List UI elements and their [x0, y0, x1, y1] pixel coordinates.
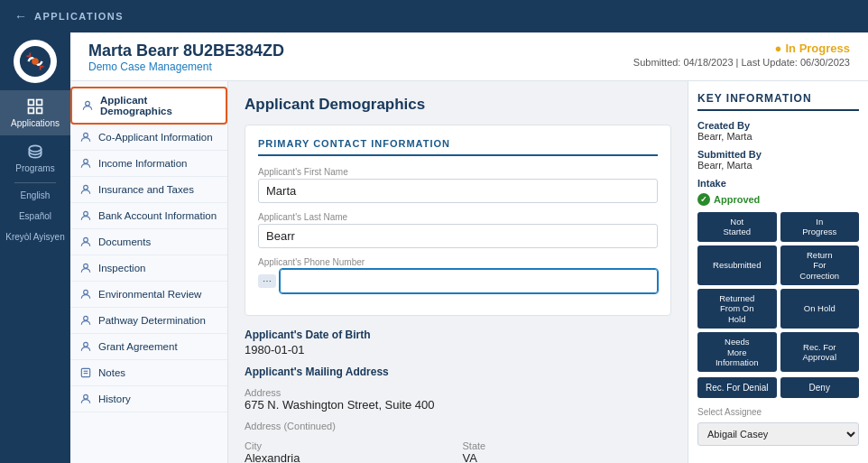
mailing-section: Applicant's Mailing Address: [245, 366, 671, 378]
svg-point-14: [84, 290, 88, 294]
select-assignee-label: Select Assignee: [697, 407, 859, 417]
submitted-by-row: Submitted By Bearr, Marta: [697, 149, 859, 171]
btn-return-correction[interactable]: ReturnForCorrection: [780, 245, 860, 285]
form-area: Applicant Demographics PRIMARY CONTACT I…: [228, 81, 688, 463]
app-status: In Progress Submitted: 04/18/2023 | Last…: [633, 42, 850, 68]
phone-group: Applicant's Phone Number ⋯: [258, 257, 658, 293]
phone-label: Applicant's Phone Number: [258, 257, 658, 267]
city-value: Alexandria: [245, 451, 454, 463]
svg-point-16: [84, 342, 88, 347]
last-name-label: Applicant's Last Name: [258, 212, 658, 222]
lang-espanol[interactable]: Español: [0, 206, 70, 227]
svg-rect-3: [37, 100, 42, 106]
sidebar-item-applications[interactable]: Applications: [0, 90, 70, 135]
btn-rec-denial[interactable]: Rec. For Denial: [697, 377, 777, 398]
city-label: City: [245, 440, 454, 451]
dob-value: 1980-01-01: [245, 343, 671, 357]
address-section: Address 675 N. Washington Street, Suite …: [245, 387, 671, 412]
last-name-group: Applicant's Last Name: [258, 212, 658, 248]
key-info-title: KEY INFORMATION: [697, 92, 859, 111]
nav-item-environmental[interactable]: Environmental Review: [70, 282, 227, 308]
btn-in-progress[interactable]: InProgress: [780, 212, 860, 242]
first-name-group: Applicant's First Name: [258, 167, 658, 203]
svg-rect-5: [37, 108, 42, 114]
address-value: 675 N. Washington Street, Suite 400: [245, 398, 671, 412]
svg-point-20: [84, 394, 88, 399]
btn-resubmitted[interactable]: Resubmitted: [697, 245, 777, 285]
app-dates: Submitted: 04/18/2023 | Last Update: 06/…: [633, 57, 850, 68]
intake-label: Intake: [697, 178, 859, 189]
last-name-input[interactable]: [258, 224, 658, 248]
contact-box-title: PRIMARY CONTACT INFORMATION: [258, 138, 658, 156]
nav-item-applicant-demographics[interactable]: Applicant Demographics: [70, 87, 227, 125]
content-row: Applicant Demographics Co-Applicant Info…: [70, 81, 868, 463]
svg-point-11: [84, 211, 88, 216]
btn-rec-approval[interactable]: Rec. ForApproval: [780, 332, 860, 372]
address-continued-label: Address (Continued): [245, 421, 671, 431]
lang-english[interactable]: English: [0, 185, 70, 206]
status-buttons-grid: NotStarted InProgress Resubmitted Return…: [697, 212, 859, 372]
nav-item-history[interactable]: History: [70, 386, 227, 412]
created-by-label: Created By: [697, 120, 859, 131]
svg-point-9: [84, 159, 88, 163]
status-badge: In Progress: [633, 42, 850, 55]
key-info-panel: KEY INFORMATION Created By Bearr, Marta …: [688, 81, 868, 463]
svg-point-13: [84, 264, 88, 268]
main-area: Marta Bearr 8U2BE384ZD Demo Case Managem…: [70, 32, 868, 463]
lang-kreyol[interactable]: Kreyòl Ayisyen: [0, 227, 70, 247]
case-label: Demo Case Management: [88, 60, 284, 73]
nav-item-grant[interactable]: Grant Agreement: [70, 334, 227, 360]
phone-action-icon[interactable]: ⋯: [258, 274, 276, 288]
svg-rect-4: [29, 108, 34, 114]
mailing-label: Applicant's Mailing Address: [245, 366, 671, 378]
btn-not-started[interactable]: NotStarted: [697, 212, 777, 242]
nav-item-documents[interactable]: Documents: [70, 229, 227, 255]
svg-point-12: [84, 237, 88, 242]
top-bar-title: APPLICATIONS: [34, 11, 124, 22]
first-name-input[interactable]: [258, 179, 658, 203]
sidebar: Applications Programs English Español Kr…: [0, 32, 70, 463]
state-label: State: [463, 440, 672, 451]
nav-panel: Applicant Demographics Co-Applicant Info…: [70, 81, 228, 463]
logo: [14, 40, 57, 83]
applicant-name: Marta Bearr 8U2BE384ZD: [88, 42, 284, 60]
assignee-select[interactable]: Abigail Casey: [697, 422, 859, 446]
btn-returned-on-hold[interactable]: ReturnedFrom OnHold: [697, 289, 777, 329]
btn-on-hold[interactable]: On Hold: [780, 289, 860, 329]
nav-item-pathway[interactable]: Pathway Determination: [70, 308, 227, 334]
svg-point-1: [32, 58, 39, 65]
form-title: Applicant Demographics: [245, 96, 671, 114]
dob-label: Applicant's Date of Birth: [245, 329, 671, 341]
nav-item-inspection[interactable]: Inspection: [70, 255, 227, 282]
svg-point-10: [84, 185, 88, 190]
app-header: Marta Bearr 8U2BE384ZD Demo Case Managem…: [70, 32, 868, 81]
dob-section: Applicant's Date of Birth 1980-01-01: [245, 329, 671, 357]
city-state-row: City Alexandria State VA: [245, 440, 671, 463]
back-arrow-icon[interactable]: ←: [14, 9, 27, 23]
svg-point-7: [86, 101, 90, 106]
sidebar-divider: [14, 182, 57, 183]
nav-item-co-applicant[interactable]: Co-Applicant Information: [70, 125, 227, 151]
address-sublabel: Address: [245, 387, 671, 398]
nav-item-insurance[interactable]: Insurance and Taxes: [70, 177, 227, 203]
state-value: VA: [463, 451, 672, 463]
top-bar: ← APPLICATIONS: [0, 0, 868, 32]
contact-box: PRIMARY CONTACT INFORMATION Applicant's …: [245, 125, 671, 316]
svg-point-8: [84, 133, 88, 137]
svg-rect-2: [29, 100, 34, 106]
svg-point-15: [84, 316, 88, 320]
created-by-value: Bearr, Marta: [697, 131, 859, 142]
nav-item-bank[interactable]: Bank Account Information: [70, 203, 227, 229]
submitted-by-value: Bearr, Marta: [697, 160, 859, 171]
first-name-label: Applicant's First Name: [258, 167, 658, 177]
btn-deny[interactable]: Deny: [780, 377, 860, 398]
submitted-by-label: Submitted By: [697, 149, 859, 160]
sidebar-item-programs[interactable]: Programs: [0, 135, 70, 181]
phone-input[interactable]: [280, 269, 658, 293]
nav-item-income[interactable]: Income Information: [70, 151, 227, 177]
created-by-row: Created By Bearr, Marta: [697, 120, 859, 142]
svg-point-6: [29, 145, 41, 152]
btn-needs-more-info[interactable]: NeedsMoreInformation: [697, 332, 777, 372]
address-continued-section: Address (Continued): [245, 421, 671, 431]
nav-item-notes[interactable]: Notes: [70, 360, 227, 386]
